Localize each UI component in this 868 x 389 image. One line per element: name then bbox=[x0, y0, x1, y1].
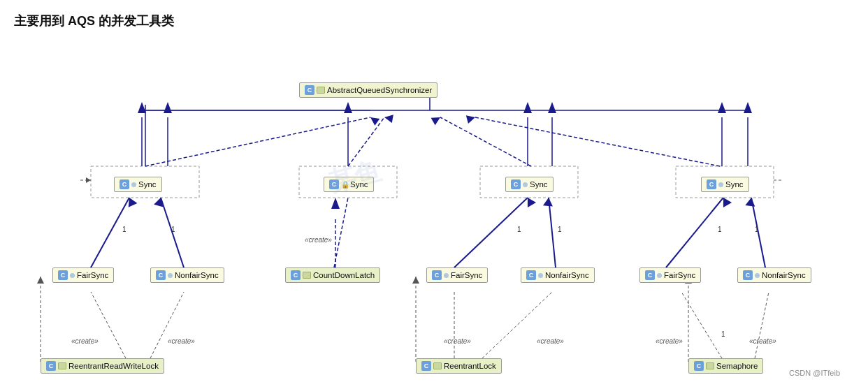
rl-box: C ReentrantLock bbox=[416, 358, 502, 374]
svg-marker-23 bbox=[745, 197, 756, 207]
pkg-icon bbox=[303, 272, 311, 279]
nonfairsync2-box: C NonfairSync bbox=[521, 267, 595, 283]
class-icon: C bbox=[526, 270, 536, 280]
nonfairsync3-box: C NonfairSync bbox=[737, 267, 811, 283]
pkg-icon bbox=[58, 362, 66, 369]
page-title: 主要用到 AQS 的并发工具类 bbox=[14, 13, 854, 29]
fairsync1-box: C FairSync bbox=[52, 267, 114, 283]
fairsync3-label: FairSync bbox=[664, 271, 695, 279]
stereotype-create7: «create» bbox=[749, 337, 776, 345]
svg-line-30 bbox=[681, 292, 722, 358]
svg-marker-35 bbox=[412, 277, 419, 284]
fairsync2-label: FairSync bbox=[451, 271, 482, 279]
stereotype-create1: «create» bbox=[71, 337, 99, 345]
rrwl-label: ReentrantReadWriteLock bbox=[68, 362, 159, 370]
svg-line-29 bbox=[482, 292, 552, 358]
svg-marker-52 bbox=[548, 102, 556, 113]
class-icon: C bbox=[707, 179, 716, 189]
rrwl-box: C ReentrantReadWriteLock bbox=[41, 358, 164, 374]
svg-marker-15 bbox=[154, 196, 166, 207]
diagram-area: C AbstractQueuedSynchronizer C Sync C 🔒 … bbox=[14, 41, 853, 383]
svg-marker-44 bbox=[138, 102, 146, 113]
svg-line-18 bbox=[549, 198, 556, 267]
cdl-label: CountDownLatch bbox=[313, 271, 375, 279]
sync1-box: C Sync bbox=[114, 177, 162, 192]
class-icon: C bbox=[511, 179, 521, 189]
sem-box: C Semaphore bbox=[688, 358, 763, 374]
nonfairsync2-label: NonfairSync bbox=[545, 271, 589, 279]
sem-label: Semaphore bbox=[716, 362, 758, 370]
nonfairsync3-label: NonfairSync bbox=[762, 271, 806, 279]
svg-line-31 bbox=[755, 292, 769, 358]
sync2-box: C 🔒 Sync bbox=[324, 177, 374, 192]
fairsync3-box: C FairSync bbox=[639, 267, 701, 283]
stereotype-create2: «create» bbox=[168, 337, 195, 345]
svg-line-26 bbox=[91, 292, 126, 358]
svg-marker-61 bbox=[331, 198, 340, 209]
dot-icon bbox=[755, 273, 760, 278]
dot-icon bbox=[444, 273, 449, 278]
num-1a: 1 bbox=[122, 226, 126, 233]
sync2-label: Sync bbox=[350, 180, 368, 189]
svg-line-27 bbox=[150, 292, 184, 358]
stereotype-create5: «create» bbox=[537, 337, 564, 345]
class-icon: C bbox=[58, 270, 68, 280]
dot-icon bbox=[70, 273, 75, 278]
class-icon: C bbox=[421, 361, 431, 371]
dot-icon bbox=[523, 182, 528, 187]
fairsync2-box: C FairSync bbox=[426, 267, 488, 283]
class-icon: C bbox=[329, 179, 339, 189]
dot-icon bbox=[131, 182, 136, 187]
class-icon: C bbox=[645, 270, 655, 280]
svg-line-20 bbox=[666, 198, 723, 267]
lock-icon: 🔒 bbox=[341, 181, 348, 188]
sync4-box: C Sync bbox=[701, 177, 749, 192]
svg-line-4 bbox=[145, 117, 370, 166]
svg-marker-11 bbox=[466, 113, 477, 124]
class-icon: C bbox=[291, 270, 301, 280]
page-container: 主要用到 AQS 的并发工具类 bbox=[0, 0, 868, 389]
class-icon: C bbox=[156, 270, 166, 280]
svg-marker-33 bbox=[37, 277, 44, 284]
pkg-icon bbox=[433, 362, 442, 369]
rl-label: ReentrantLock bbox=[444, 362, 496, 370]
svg-line-10 bbox=[475, 117, 720, 166]
num-1d: 1 bbox=[558, 226, 562, 233]
svg-marker-5 bbox=[368, 114, 380, 126]
num-1g: 1 bbox=[721, 330, 725, 338]
svg-line-8 bbox=[440, 117, 531, 166]
stereotype-create4: «create» bbox=[444, 337, 471, 345]
svg-line-24 bbox=[334, 198, 348, 267]
class-icon: C bbox=[120, 179, 129, 189]
stereotype-create6: «create» bbox=[656, 337, 683, 345]
svg-marker-56 bbox=[744, 102, 752, 113]
fairsync1-label: FairSync bbox=[77, 271, 108, 279]
svg-marker-46 bbox=[164, 102, 172, 113]
sync3-box: C Sync bbox=[505, 177, 554, 192]
svg-marker-19 bbox=[543, 197, 554, 206]
svg-marker-48 bbox=[344, 102, 352, 113]
csdn-label: CSDN @ITfeib bbox=[789, 369, 840, 377]
class-icon: C bbox=[694, 361, 704, 371]
num-1c: 1 bbox=[517, 226, 521, 233]
cdl-box: C CountDownLatch bbox=[285, 267, 380, 283]
class-icon: C bbox=[432, 270, 442, 280]
class-icon: C bbox=[743, 270, 753, 280]
svg-marker-9 bbox=[431, 114, 442, 125]
svg-marker-21 bbox=[719, 196, 732, 207]
svg-marker-39 bbox=[86, 177, 91, 183]
pkg-icon bbox=[317, 87, 325, 94]
svg-marker-50 bbox=[523, 102, 532, 113]
aqs-box: C AbstractQueuedSynchronizer bbox=[299, 82, 437, 98]
stereotype-create3: «create» bbox=[305, 236, 332, 244]
sync4-label: Sync bbox=[725, 180, 744, 189]
svg-marker-13 bbox=[125, 196, 138, 207]
nonfairsync1-box: C NonfairSync bbox=[150, 267, 224, 283]
svg-marker-17 bbox=[523, 196, 536, 207]
num-1b: 1 bbox=[171, 226, 175, 233]
dot-icon bbox=[657, 273, 662, 278]
svg-line-6 bbox=[348, 117, 384, 166]
sync1-label: Sync bbox=[138, 180, 157, 189]
sync3-label: Sync bbox=[530, 180, 548, 189]
class-icon: C bbox=[305, 85, 314, 95]
